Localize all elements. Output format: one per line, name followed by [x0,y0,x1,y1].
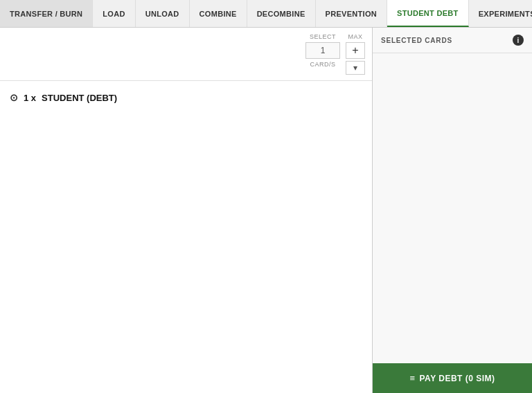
info-icon[interactable]: i [513,35,524,46]
pay-debt-label: PAY DEBT (0 SIM) [419,374,495,383]
max-group: MAX + ▾ [346,33,365,75]
left-panel: SELECT CARD/S MAX + ▾ ⊙ 1 x STUDENT (DEB… [0,28,373,393]
card-list: ⊙ 1 x STUDENT (DEBT) [0,81,372,393]
pay-debt-button[interactable]: ≡ PAY DEBT (0 SIM) [373,363,532,393]
right-panel-header: SELECTED CARDS i [373,28,532,53]
nav-item-combine[interactable]: COMBINE [190,0,247,27]
max-label: MAX [348,33,362,40]
nav-item-experiments[interactable]: EXPERIMENTS [469,0,532,27]
card-name: STUDENT (DEBT) [42,93,117,103]
nav-item-load[interactable]: LOAD [93,0,135,27]
nav-item-unload[interactable]: UNLOAD [136,0,190,27]
select-group: SELECT CARD/S [305,33,340,68]
main-content: SELECT CARD/S MAX + ▾ ⊙ 1 x STUDENT (DEB… [0,28,532,393]
app-container: TRANSFER / BURN LOAD UNLOAD COMBINE DECO… [0,0,532,393]
right-panel: SELECTED CARDS i ≡ PAY DEBT (0 SIM) [373,28,532,393]
max-button[interactable]: + [346,42,365,59]
nav-item-prevention[interactable]: PREVENTION [316,0,388,27]
selected-cards-title: SELECTED CARDS [381,37,452,44]
nav-item-decombine[interactable]: DECOMBINE [247,0,316,27]
pay-icon: ≡ [409,373,415,383]
list-item[interactable]: ⊙ 1 x STUDENT (DEBT) [7,88,365,107]
chevron-button[interactable]: ▾ [346,61,365,75]
controls-row: SELECT CARD/S MAX + ▾ [0,28,372,81]
card-icon: ⊙ [10,92,18,103]
card-quantity: 1 x [24,93,36,103]
nav-item-transfer-burn[interactable]: TRANSFER / BURN [0,0,93,27]
nav-bar: TRANSFER / BURN LOAD UNLOAD COMBINE DECO… [0,0,532,28]
select-label: SELECT [310,33,336,40]
selected-cards-content [373,53,532,363]
nav-item-student-debt[interactable]: STUDENT DEBT [387,0,469,27]
cards-label: CARD/S [310,61,335,68]
select-input[interactable] [305,42,340,59]
